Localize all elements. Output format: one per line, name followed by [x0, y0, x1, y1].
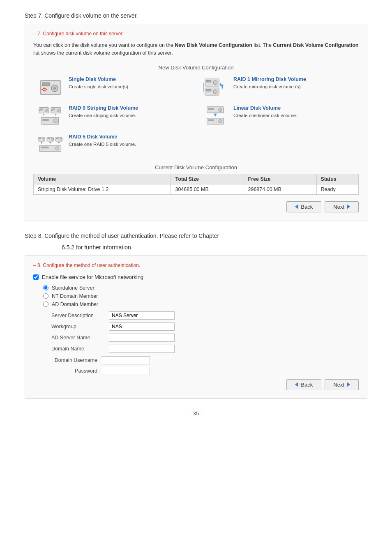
col-total-size: Total Size: [171, 174, 244, 184]
svg-rect-37: [39, 138, 42, 139]
col-volume: Volume: [34, 174, 171, 184]
ad-domain-radio[interactable]: [43, 302, 48, 307]
raid5-disk-text: RAID 5 Disk Volume Create one RAID 5 dis…: [69, 134, 136, 147]
raid5-disk-svg: [38, 135, 63, 155]
enable-ms-checkbox[interactable]: [33, 274, 39, 280]
password-row: Password: [51, 367, 359, 375]
disk-option-single[interactable]: Single Disk Volume Create single disk vo…: [37, 76, 190, 99]
step8-next-button[interactable]: Next: [325, 379, 359, 390]
svg-marker-22: [43, 114, 44, 116]
linear-disk-name: Linear Disk Volume: [233, 105, 297, 111]
step7-back-button[interactable]: Back: [286, 201, 321, 212]
ad-server-name-row: AD Server Name: [51, 334, 359, 342]
domain-username-label: Domain Username: [51, 357, 101, 363]
raid0-disk-desc: Create one striping disk volume.: [69, 112, 138, 119]
step8-box: – 8. Configure the method of user authen…: [25, 256, 367, 399]
password-input[interactable]: [101, 367, 150, 375]
step8-back-arrow-icon: [295, 382, 298, 387]
domain-credentials-section: Domain Username Password: [51, 356, 359, 375]
workgroup-input[interactable]: [109, 322, 175, 331]
disk-option-raid0[interactable]: + + RAID 0 Striping Disk Volume Create o…: [37, 105, 190, 127]
step7-box: – 7. Configure disk volume on this serve…: [25, 24, 367, 221]
standalone-radio[interactable]: [43, 285, 48, 290]
row-status: Ready: [316, 184, 358, 194]
domain-username-row: Domain Username: [51, 356, 359, 364]
svg-point-12: [213, 90, 217, 94]
raid5-disk-desc: Create one RAID 5 disk volume.: [69, 141, 136, 147]
raid1-disk-desc: Create mirroring disk volume (s).: [233, 83, 306, 90]
domain-name-label: Domain Name: [51, 346, 109, 352]
svg-point-9: [213, 81, 217, 85]
standalone-radio-row: Standalone Server: [43, 285, 359, 291]
svg-marker-23: [55, 114, 56, 116]
ad-server-name-input[interactable]: [109, 334, 175, 342]
svg-rect-8: [206, 80, 211, 82]
svg-point-31: [219, 108, 222, 111]
svg-point-21: [57, 109, 60, 112]
step7-header: – 7. Configure disk volume on this serve…: [33, 31, 359, 37]
domain-name-input[interactable]: [109, 345, 175, 353]
raid0-disk-text: RAID 0 Striping Disk Volume Create one s…: [69, 105, 138, 119]
svg-rect-25: [42, 119, 48, 121]
step8-subtitle: 6.5.2 for further information.: [62, 244, 367, 251]
domain-name-row: Domain Name: [51, 345, 359, 353]
linear-disk-desc: Create one linear disk volume.: [233, 112, 297, 119]
step8-next-arrow-icon: [347, 382, 350, 387]
workgroup-label: Workgroup: [51, 324, 109, 329]
standalone-label: Standalone Server: [52, 285, 95, 291]
svg-point-41: [51, 138, 53, 140]
col-free-size: Free Size: [244, 174, 316, 184]
linear-disk-icon: [202, 105, 228, 127]
raid1-disk-svg: [203, 77, 228, 98]
step8-back-button[interactable]: Back: [286, 379, 321, 390]
step8-title: Step 8. Configure the method of user aut…: [25, 233, 367, 239]
svg-point-26: [53, 119, 57, 123]
raid5-disk-icon: [37, 134, 64, 156]
single-disk-svg: [38, 77, 63, 98]
col-status: Status: [316, 174, 358, 184]
nt-domain-label: NT Domain Member: [52, 293, 98, 299]
svg-point-3: [53, 87, 56, 90]
step7-back-label: Back: [301, 204, 313, 210]
workgroup-row: Workgroup: [51, 322, 359, 331]
server-description-row: Server Description: [51, 311, 359, 320]
enable-ms-label: Enable file service for Microsoft networ…: [42, 274, 143, 280]
step8-header: – 8. Configure the method of user authen…: [33, 263, 359, 268]
disk-option-raid5[interactable]: RAID 5 Disk Volume Create one RAID 5 dis…: [37, 134, 190, 156]
svg-marker-13: [221, 85, 224, 90]
step7-description: You can click on the disk volume you wan…: [33, 41, 359, 57]
domain-username-input[interactable]: [101, 356, 150, 364]
step8-next-label: Next: [333, 382, 344, 388]
raid1-disk-text: RAID 1 Mirroring Disk Volume Create mirr…: [233, 76, 306, 90]
svg-rect-30: [208, 108, 214, 110]
step8-nav: Back Next: [33, 379, 359, 390]
svg-point-35: [219, 119, 222, 122]
single-disk-text: Single Disk Volume Create single disk vo…: [69, 76, 129, 90]
raid1-disk-name: RAID 1 Mirroring Disk Volume: [233, 76, 306, 82]
next-arrow-icon: [347, 204, 350, 209]
svg-text:+: +: [51, 109, 53, 112]
step8-back-label: Back: [301, 382, 313, 388]
svg-marker-45: [41, 142, 43, 144]
single-disk-desc: Create single disk volume(s).: [69, 83, 129, 90]
raid0-disk-svg: + +: [38, 106, 63, 127]
table-row: Striping Disk Volume: Drive 1 2 304685.0…: [34, 184, 359, 194]
disk-option-raid1[interactable]: RAID 1 Mirroring Disk Volume Create mirr…: [202, 76, 355, 99]
row-free-size: 296874.00 MB: [244, 184, 316, 194]
step7-nav: Back Next: [33, 201, 359, 212]
server-description-label: Server Description: [51, 313, 109, 318]
svg-point-18: [45, 109, 48, 112]
server-description-input[interactable]: [109, 311, 175, 320]
svg-rect-40: [48, 138, 50, 139]
svg-point-38: [43, 138, 45, 140]
raid0-disk-icon: + +: [37, 105, 64, 127]
raid1-disk-icon: [202, 76, 228, 99]
row-volume: Striping Disk Volume: Drive 1 2: [34, 184, 171, 194]
disk-option-linear[interactable]: Linear Disk Volume Create one linear dis…: [202, 105, 355, 127]
raid0-disk-name: RAID 0 Striping Disk Volume: [69, 105, 138, 111]
nt-domain-radio[interactable]: [43, 293, 48, 299]
step7-next-button[interactable]: Next: [325, 201, 359, 212]
step7-title: Step 7. Configure disk volume on the ser…: [25, 12, 367, 19]
svg-text:+: +: [39, 109, 41, 112]
svg-rect-11: [206, 89, 211, 91]
